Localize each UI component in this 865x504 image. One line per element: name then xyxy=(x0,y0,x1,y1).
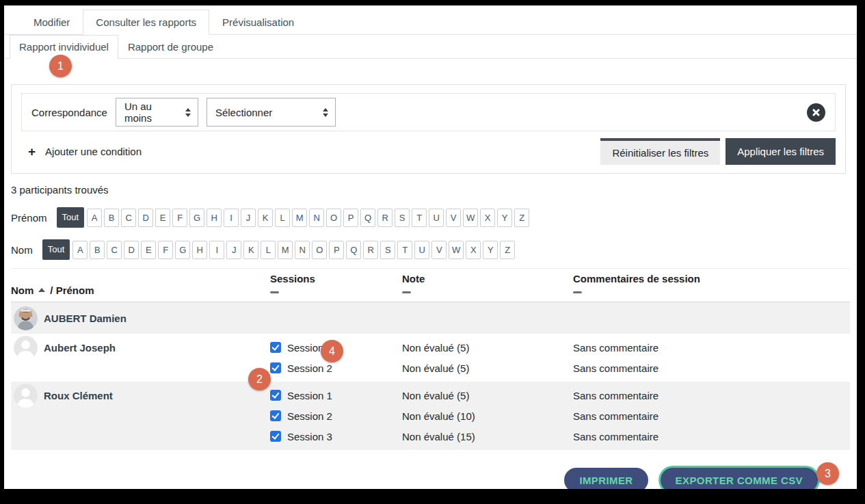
letter-button[interactable]: K xyxy=(258,209,273,227)
letter-button[interactable]: H xyxy=(192,241,207,259)
letter-button[interactable]: S xyxy=(380,241,395,259)
firstname-filter-label: Prénom xyxy=(11,212,47,224)
session-checkbox[interactable] xyxy=(270,362,281,373)
letter-button[interactable]: V xyxy=(446,209,461,227)
match-label: Correspondance xyxy=(31,107,107,118)
letter-button[interactable]: F xyxy=(158,241,173,259)
letter-button[interactable]: L xyxy=(275,209,290,227)
letter-button[interactable]: D xyxy=(124,241,139,259)
letter-button[interactable]: U xyxy=(429,209,444,227)
letter-button[interactable]: Z xyxy=(500,241,515,259)
letter-button[interactable]: Y xyxy=(497,209,512,227)
tab-consulter-les-rapports[interactable]: Consulter les rapports xyxy=(83,10,209,35)
letter-button[interactable]: Y xyxy=(483,241,498,259)
letter-button[interactable]: B xyxy=(104,209,119,227)
letter-button[interactable]: A xyxy=(72,241,88,259)
session-checkbox[interactable] xyxy=(270,431,281,442)
screenshot-frame: Modifier Consulter les rapports Prévisua… xyxy=(0,0,865,504)
grade-value: Non évalué (5) xyxy=(402,390,573,401)
tab-previsualisation[interactable]: Prévisualisation xyxy=(209,10,307,35)
letter-button[interactable]: I xyxy=(209,241,224,259)
letter-button[interactable]: R xyxy=(377,209,392,227)
letter-button[interactable]: F xyxy=(172,209,187,227)
grade-value: Non évalué (10) xyxy=(402,410,573,422)
grade-value: Non évalué (15) xyxy=(402,431,573,442)
letter-button[interactable]: J xyxy=(241,209,256,227)
sort-by-lastname[interactable]: Nom xyxy=(11,284,34,296)
tab-modifier[interactable]: Modifier xyxy=(21,10,83,35)
session-label: Session 3 xyxy=(287,431,332,442)
letter-button[interactable]: B xyxy=(90,241,105,259)
letter-button[interactable]: M xyxy=(292,209,307,227)
session-checkbox[interactable] xyxy=(270,342,281,353)
letter-button[interactable]: Q xyxy=(346,241,361,259)
letter-button[interactable]: N xyxy=(295,241,310,259)
letter-button[interactable]: S xyxy=(395,209,410,227)
session-line: Session 1 Non évalué (5) Sans commentair… xyxy=(270,337,850,358)
report-page: Modifier Consulter les rapports Prévisua… xyxy=(4,5,857,489)
letter-button[interactable]: A xyxy=(87,209,102,227)
export-csv-button[interactable]: EXPORTER COMME CSV xyxy=(661,468,818,489)
letter-button[interactable]: G xyxy=(189,209,204,227)
remove-condition-icon[interactable] xyxy=(807,103,825,122)
session-line: Session 2 Non évalué (5) Sans commentair… xyxy=(270,358,850,378)
reset-filters-button[interactable]: Réinitialiser les filtres xyxy=(600,138,720,165)
letter-button[interactable]: X xyxy=(480,209,495,227)
participant-name: Roux Clément xyxy=(44,390,113,401)
match-type-select[interactable]: Un au moins xyxy=(116,98,198,127)
letter-button[interactable]: H xyxy=(207,209,222,227)
letter-button[interactable]: I xyxy=(224,209,239,227)
letter-button[interactable]: J xyxy=(226,241,241,259)
letter-button[interactable]: Q xyxy=(360,209,375,227)
letter-button[interactable]: N xyxy=(309,209,324,227)
letter-button[interactable]: G xyxy=(175,241,190,259)
results-count: 3 participants trouvés xyxy=(11,184,857,196)
letter-button[interactable]: C xyxy=(107,241,122,259)
letter-button[interactable]: T xyxy=(412,209,427,227)
session-checkbox[interactable] xyxy=(270,390,281,401)
sort-by-firstname[interactable]: / Prénom xyxy=(50,284,94,296)
letter-button[interactable]: W xyxy=(449,241,464,259)
comment-value: Sans commentaire xyxy=(573,362,850,374)
letter-button[interactable]: R xyxy=(363,241,378,259)
session-checkbox[interactable] xyxy=(270,410,281,421)
letter-button[interactable]: M xyxy=(278,241,293,259)
letter-button[interactable]: C xyxy=(121,209,136,227)
letter-button[interactable]: P xyxy=(329,241,344,259)
comment-value: Sans commentaire xyxy=(573,431,850,442)
lastname-filter-label: Nom xyxy=(11,244,33,256)
letter-button[interactable]: O xyxy=(326,209,341,227)
table-header: Nom / Prénom Sessions Note Commentaires … xyxy=(11,268,850,302)
tab-rapport-de-groupe[interactable]: Rapport de groupe xyxy=(118,35,223,59)
lastname-filter-row: Nom Tout ABCDEFGHIJKLMNOPQRSTUVWXYZ xyxy=(11,239,857,260)
print-button[interactable]: IMPRIMER xyxy=(564,468,648,489)
avatar xyxy=(14,306,38,330)
firstname-filter-row: Prénom Tout ABCDEFGHIJKLMNOPQRSTUVWXYZ xyxy=(11,207,857,228)
letter-button[interactable]: L xyxy=(261,241,276,259)
letter-button[interactable]: E xyxy=(141,241,156,259)
condition-value-select[interactable]: Sélectionner xyxy=(207,98,336,127)
letter-button[interactable]: U xyxy=(414,241,429,259)
participants-table: Nom / Prénom Sessions Note Commentaires … xyxy=(4,268,857,450)
collapse-column-icon[interactable] xyxy=(573,291,582,293)
filter-panel: Correspondance Un au moins Sélectionner … xyxy=(11,84,846,174)
letter-button[interactable]: D xyxy=(138,209,153,227)
letter-button[interactable]: V xyxy=(431,241,447,259)
comment-value: Sans commentaire xyxy=(573,390,850,401)
letter-button[interactable]: K xyxy=(243,241,258,259)
collapse-column-icon[interactable] xyxy=(270,291,279,293)
firstname-letter-strip: ABCDEFGHIJKLMNOPQRSTUVWXYZ xyxy=(87,209,531,227)
letter-button[interactable]: O xyxy=(312,241,327,259)
letter-button[interactable]: T xyxy=(397,241,412,259)
firstname-all-button[interactable]: Tout xyxy=(57,207,85,228)
letter-button[interactable]: W xyxy=(463,209,478,227)
collapse-column-icon[interactable] xyxy=(402,291,411,293)
add-condition-link[interactable]: + Ajouter une condition xyxy=(21,138,147,158)
letter-button[interactable]: P xyxy=(343,209,358,227)
apply-filters-button[interactable]: Appliquer les filtres xyxy=(726,138,836,165)
annotation-step-4: 4 xyxy=(321,340,343,362)
lastname-all-button[interactable]: Tout xyxy=(42,239,70,260)
letter-button[interactable]: X xyxy=(466,241,481,259)
letter-button[interactable]: Z xyxy=(514,209,529,227)
letter-button[interactable]: E xyxy=(155,209,170,227)
